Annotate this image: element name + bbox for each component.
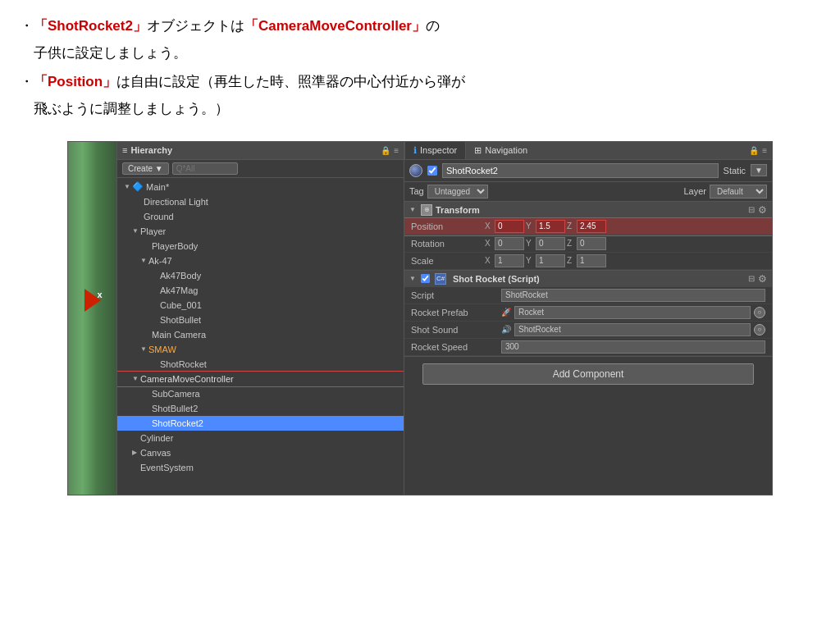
- rotation-label: Rotation: [411, 239, 485, 249]
- script-field[interactable]: [501, 289, 765, 302]
- gameobject-active-checkbox[interactable]: [427, 166, 437, 176]
- rocket-prefab-value: 🚀 ○: [501, 306, 765, 319]
- gameobject-header: Static ▼: [404, 160, 772, 182]
- hierarchy-item-cameramove[interactable]: CameraMoveController: [117, 372, 404, 386]
- rocket-prefab-select-button[interactable]: ○: [754, 307, 765, 318]
- triangle-cmc: [132, 375, 140, 382]
- hierarchy-list-icon: [122, 145, 127, 155]
- unity-sphere-icon: [409, 164, 422, 177]
- scale-z[interactable]: [577, 254, 606, 267]
- position-z[interactable]: [577, 220, 606, 233]
- hierarchy-item-maincamera[interactable]: Main Camera: [117, 327, 404, 342]
- x-label: x: [97, 290, 102, 299]
- transform-icon: ⊕: [421, 204, 432, 216]
- add-component-button[interactable]: Add Component: [422, 363, 753, 385]
- transform-fold-icon: [409, 206, 418, 213]
- rotation-y[interactable]: [536, 237, 565, 250]
- transform-gear-icon[interactable]: ⚙: [758, 204, 767, 216]
- hierarchy-item-cylinder[interactable]: Cylinder: [117, 431, 404, 445]
- text-area: ・「ShotRocket2」オブジェクトは「CameraMoveControll…: [0, 0, 840, 133]
- navigation-icon: ⊞: [474, 145, 482, 156]
- transform-header[interactable]: ⊕ Transform ⊟ ⚙: [404, 202, 772, 218]
- rocket-speed-field[interactable]: [501, 340, 765, 354]
- triangle-ak47: [140, 257, 148, 264]
- lock-inspector-icon[interactable]: 🔒: [749, 146, 759, 155]
- hierarchy-panel: Hierarchy 🔒 ≡ Create ▼ 🔷 Main*: [117, 142, 404, 495]
- rotation-xyz: X Y Z: [485, 237, 765, 250]
- static-label: Static: [724, 166, 746, 176]
- hierarchy-item-ak47mag[interactable]: Ak47Mag: [117, 283, 404, 298]
- scale-x[interactable]: [495, 254, 524, 267]
- script-options-icon: ⊟: [748, 274, 755, 283]
- tab-inspector[interactable]: ℹ Inspector: [404, 142, 466, 159]
- transform-options-icon: ⊟: [748, 205, 755, 214]
- lock-icon[interactable]: 🔒: [381, 146, 390, 155]
- hierarchy-header: Hierarchy 🔒 ≡: [117, 142, 404, 160]
- triangle-canvas: [132, 449, 140, 456]
- hierarchy-item-main[interactable]: 🔷 Main*: [117, 180, 404, 194]
- rocket-prefab-field[interactable]: [514, 306, 751, 319]
- menu-inspector-icon[interactable]: ≡: [762, 146, 767, 155]
- gameobject-name-field[interactable]: [442, 163, 719, 178]
- shot-sound-field[interactable]: [514, 323, 751, 336]
- text-line3: ・「Position」は自由に設定（再生した時、照準器の中心付近から弾が: [20, 71, 820, 94]
- hierarchy-item-playerbody[interactable]: PlayerBody: [117, 239, 404, 253]
- script-gear-icon[interactable]: ⚙: [758, 273, 767, 285]
- hierarchy-item-cube001[interactable]: Cube_001: [117, 298, 404, 313]
- hierarchy-item-shotrocket[interactable]: ShotRocket: [117, 357, 404, 372]
- triangle-smaw: [140, 345, 148, 353]
- static-dropdown-button[interactable]: ▼: [751, 164, 767, 176]
- tag-select[interactable]: Untagged: [427, 185, 488, 199]
- rotation-x[interactable]: [495, 237, 524, 250]
- shot-sound-row: Shot Sound 🔊 ○: [404, 322, 772, 339]
- hierarchy-item-ak47body[interactable]: Ak47Body: [117, 268, 404, 283]
- hierarchy-item-ground[interactable]: Ground: [117, 209, 404, 224]
- rocket-speed-row: Rocket Speed: [404, 339, 772, 356]
- hierarchy-title: Hierarchy: [122, 145, 172, 155]
- position-x[interactable]: [495, 220, 524, 233]
- text-line1: ・「ShotRocket2」オブジェクトは「CameraMoveControll…: [20, 15, 820, 39]
- script-enabled-checkbox[interactable]: [421, 274, 430, 283]
- hierarchy-item-shotbullet[interactable]: ShotBullet: [117, 313, 404, 327]
- script-row: Script: [404, 287, 772, 304]
- shot-rocket-header[interactable]: C# Shot Rocket (Script) ⊟ ⚙: [404, 271, 772, 287]
- left-strip: x: [68, 142, 117, 495]
- hierarchy-header-icons: 🔒 ≡: [381, 146, 399, 155]
- menu-icon[interactable]: ≡: [394, 146, 399, 155]
- hierarchy-item-smaw[interactable]: SMAW: [117, 342, 404, 357]
- hierarchy-item-subcamera[interactable]: SubCamera: [117, 386, 404, 401]
- triangle-player: [132, 227, 140, 235]
- hierarchy-item-player[interactable]: Player: [117, 224, 404, 239]
- hierarchy-item-ak47[interactable]: Ak-47: [117, 253, 404, 268]
- hierarchy-item-eventsystem[interactable]: EventSystem: [117, 460, 404, 475]
- hierarchy-search[interactable]: [172, 162, 238, 175]
- highlight-position: 「Position」: [34, 74, 116, 89]
- rocket-prefab-row: Rocket Prefab 🚀 ○: [404, 304, 772, 322]
- text-line2: 子供に設定しましょう。: [34, 42, 820, 66]
- scale-y[interactable]: [536, 254, 565, 267]
- script-value: [501, 289, 765, 302]
- shot-rocket-script-component: C# Shot Rocket (Script) ⊟ ⚙ Script: [404, 271, 772, 357]
- sound-icon: 🔊: [501, 325, 511, 334]
- shot-sound-value: 🔊 ○: [501, 323, 765, 336]
- script-comp-icon: C#: [435, 273, 446, 285]
- transform-component: ⊕ Transform ⊟ ⚙ Position X Y Z: [404, 202, 772, 271]
- scale-label: Scale: [411, 256, 485, 266]
- inspector-panel: ℹ Inspector ⊞ Navigation 🔒 ≡: [404, 142, 772, 495]
- hierarchy-item-shotbullet2[interactable]: ShotBullet2: [117, 401, 404, 416]
- tab-navigation[interactable]: ⊞ Navigation: [466, 142, 536, 159]
- position-y[interactable]: [536, 220, 565, 233]
- triangle-main: [124, 183, 132, 190]
- layer-select[interactable]: Default: [710, 185, 767, 199]
- hierarchy-item-directional-light[interactable]: Directional Light: [117, 194, 404, 209]
- rocket-icon: 🚀: [501, 308, 511, 317]
- editor-window: x Hierarchy 🔒 ≡ Create ▼: [67, 141, 773, 495]
- rotation-z[interactable]: [577, 237, 606, 250]
- hierarchy-item-shotrocket2[interactable]: ShotRocket2: [117, 416, 404, 431]
- scale-xyz: X Y Z: [485, 254, 765, 267]
- create-button[interactable]: Create ▼: [122, 162, 169, 175]
- shot-sound-select-button[interactable]: ○: [754, 324, 765, 336]
- position-row: Position X Y Z: [404, 218, 772, 235]
- hierarchy-item-canvas[interactable]: Canvas: [117, 445, 404, 460]
- scale-row: Scale X Y Z: [404, 253, 772, 270]
